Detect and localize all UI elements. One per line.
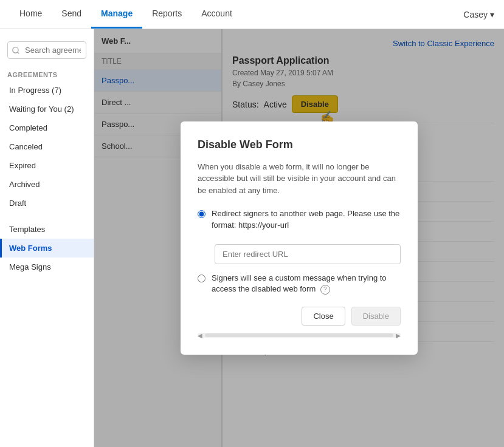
sidebar-item-canceled[interactable]: Canceled: [0, 137, 94, 156]
sidebar-item-archived[interactable]: Archived: [0, 175, 94, 194]
agreements-label: AGREEMENTS: [0, 64, 94, 81]
radio-option-redirect: Redirect signers to another web page. Pl…: [198, 208, 401, 230]
disable-webform-modal: Disable Web Form When you disable a web …: [181, 121, 418, 355]
radio-message[interactable]: [198, 275, 205, 282]
nav-user[interactable]: Casey ▾: [463, 10, 494, 19]
radio-option-message: Signers will see a custom message when t…: [198, 273, 401, 295]
nav-manage[interactable]: Manage: [91, 0, 142, 29]
sidebar-item-inprogress[interactable]: In Progress (7): [0, 81, 94, 100]
sidebar-item-webforms[interactable]: Web Forms: [0, 239, 94, 258]
modal-title: Disable Web Form: [198, 138, 401, 151]
main-layout: AGREEMENTS In Progress (7) Waiting for Y…: [0, 29, 504, 447]
search-input[interactable]: [7, 41, 86, 59]
radio-redirect[interactable]: [198, 210, 205, 218]
nav-home[interactable]: Home: [10, 0, 52, 29]
scrollbar-track[interactable]: [205, 333, 393, 337]
sidebar: AGREEMENTS In Progress (7) Waiting for Y…: [0, 29, 94, 447]
sidebar-search-container: [0, 36, 94, 64]
scroll-right-arrow[interactable]: ▶: [396, 332, 401, 339]
user-name: Casey: [463, 10, 488, 19]
modal-close-button[interactable]: Close: [302, 307, 345, 326]
modal-overlay: Disable Web Form When you disable a web …: [94, 29, 504, 447]
sidebar-item-expired[interactable]: Expired: [0, 156, 94, 175]
sidebar-item-draft[interactable]: Draft: [0, 194, 94, 213]
top-nav: Home Send Manage Reports Account Casey ▾: [0, 0, 504, 29]
content-area: Web F... TITLE Passpo... Direct ... Pass…: [94, 29, 504, 447]
sidebar-item-templates[interactable]: Templates: [0, 220, 94, 239]
nav-right: Casey ▾: [463, 10, 494, 19]
nav-account[interactable]: Account: [192, 0, 242, 29]
nav-links: Home Send Manage Reports Account: [10, 0, 242, 29]
radio-redirect-label: Redirect signers to another web page. Pl…: [212, 208, 401, 230]
sidebar-item-completed[interactable]: Completed: [0, 118, 94, 137]
radio-message-label: Signers will see a custom message when t…: [212, 273, 401, 295]
chevron-down-icon: ▾: [490, 10, 494, 19]
modal-description: When you disable a web form, it will no …: [198, 161, 401, 197]
scroll-left-arrow[interactable]: ◀: [198, 332, 202, 339]
modal-footer: Close Disable: [198, 307, 401, 326]
help-icon: ?: [320, 285, 330, 295]
redirect-url-input[interactable]: [215, 244, 401, 264]
nav-reports[interactable]: Reports: [142, 0, 192, 29]
modal-scrollbar: ◀ ▶: [198, 333, 401, 338]
sidebar-item-waiting[interactable]: Waiting for You (2): [0, 100, 94, 118]
modal-disable-button[interactable]: Disable: [351, 307, 401, 326]
nav-send[interactable]: Send: [52, 0, 91, 29]
sidebar-item-megasigns[interactable]: Mega Signs: [0, 258, 94, 276]
